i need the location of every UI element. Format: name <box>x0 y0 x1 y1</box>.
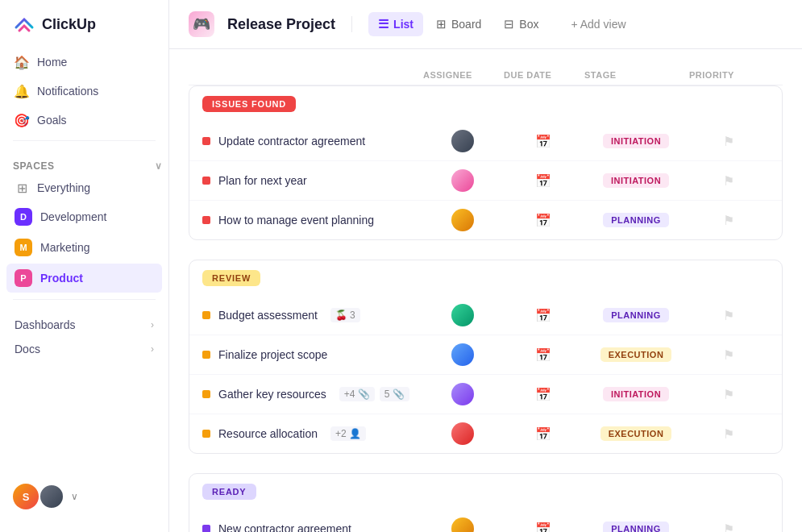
nav-goals[interactable]: 🎯 Goals <box>6 106 162 134</box>
section-issues: ISSUES FOUND Update contractor agreement… <box>189 85 783 240</box>
task-row[interactable]: Budget assessment 🍒3 📅 PLANNING ⚑ <box>189 296 782 335</box>
nav-home[interactable]: 🏠 Home <box>6 48 162 76</box>
priority-cell[interactable]: ⚑ <box>688 347 769 363</box>
priority-cell[interactable]: ⚑ <box>688 308 769 323</box>
priority-cell[interactable]: ⚑ <box>688 213 769 228</box>
assignee-cell <box>422 517 503 532</box>
task-dot-red <box>202 177 210 185</box>
date-cell[interactable]: 📅 <box>503 134 584 149</box>
space-everything[interactable]: ⊞ Everything <box>6 175 162 201</box>
meta-icon: 🍒 <box>335 310 347 321</box>
task-row[interactable]: New contractor agreement 📅 PLANNING ⚑ <box>189 509 782 532</box>
spaces-label: Spaces <box>13 160 54 172</box>
flag-icon: ⚑ <box>723 173 734 189</box>
spaces-chevron-icon[interactable]: ∨ <box>155 160 163 172</box>
priority-cell[interactable]: ⚑ <box>688 522 769 533</box>
space-development[interactable]: D Development <box>6 202 162 231</box>
stage-badge: PLANNING <box>603 308 668 322</box>
stage-badge: PLANNING <box>603 213 668 227</box>
spaces-section-header: Spaces ∨ <box>0 148 168 175</box>
space-product[interactable]: P Product <box>6 264 162 293</box>
view-tabs: ☰ List ⊞ Board ⊟ Box <box>368 12 548 36</box>
avatar <box>451 169 474 192</box>
footer-chevron-icon[interactable]: ∨ <box>71 491 78 502</box>
priority-cell[interactable]: ⚑ <box>688 387 769 402</box>
date-cell[interactable]: 📅 <box>503 347 584 363</box>
space-marketing[interactable]: M Marketing <box>6 233 162 262</box>
calendar-icon: 📅 <box>535 347 551 363</box>
task-name-cell: Budget assessment 🍒3 <box>202 308 422 322</box>
flag-icon: ⚑ <box>723 347 734 363</box>
stage-cell: INITIATION <box>584 387 688 401</box>
add-view-button[interactable]: + Add view <box>561 13 635 35</box>
stage-cell: INITIATION <box>584 173 688 188</box>
nav-notifications[interactable]: 🔔 Notifications <box>6 77 162 105</box>
task-row[interactable]: How to manage event planning 📅 PLANNING … <box>189 201 782 239</box>
assignee-cell <box>422 383 503 405</box>
task-row[interactable]: Finalize project scope 📅 EXECUTION ⚑ <box>189 335 782 375</box>
task-row[interactable]: Plan for next year 📅 INITIATION ⚑ <box>189 161 782 201</box>
assignee-cell <box>422 209 503 231</box>
calendar-icon: 📅 <box>535 173 551 189</box>
stage-cell: INITIATION <box>584 134 688 148</box>
target-icon: 🎯 <box>15 113 29 127</box>
task-name-cell: Update contractor agreement <box>202 135 422 148</box>
task-name-cell: New contractor agreement <box>202 522 422 532</box>
meta-attachments: 5 📎 <box>380 387 409 401</box>
task-dot-red <box>202 216 210 224</box>
date-cell[interactable]: 📅 <box>503 522 584 533</box>
date-cell[interactable]: 📅 <box>503 426 584 442</box>
nav-docs[interactable]: Docs › <box>6 337 162 361</box>
flag-icon: ⚑ <box>723 213 734 228</box>
task-name-cell: Gather key resources +4 📎 5 📎 <box>202 387 422 401</box>
section-ready: READY New contractor agreement 📅 PLANNIN… <box>189 473 783 532</box>
column-headers: ASSIGNEE DUE DATE STAGE PRIORITY <box>189 65 783 85</box>
flag-icon: ⚑ <box>723 522 734 533</box>
task-name: Budget assessment <box>218 309 318 322</box>
avatar <box>451 422 474 445</box>
calendar-icon: 📅 <box>535 426 551 442</box>
tab-board[interactable]: ⊞ Board <box>426 12 491 36</box>
section-issues-header: ISSUES FOUND <box>189 86 782 122</box>
task-row[interactable]: Update contractor agreement 📅 INITIATION… <box>189 122 782 161</box>
task-name: Resource allocation <box>218 427 318 440</box>
assignee-cell <box>422 304 503 326</box>
tab-list-label: List <box>393 18 413 31</box>
col-task <box>202 70 423 80</box>
date-cell[interactable]: 📅 <box>503 308 584 323</box>
nav-home-label: Home <box>37 56 67 69</box>
task-row[interactable]: Resource allocation +2 👤 📅 EXECUTION ⚑ <box>189 414 782 453</box>
space-product-label: Product <box>40 272 83 285</box>
flag-icon: ⚑ <box>723 308 734 323</box>
space-everything-label: Everything <box>37 181 90 194</box>
box-tab-icon: ⊟ <box>504 17 514 31</box>
date-cell[interactable]: 📅 <box>503 173 584 189</box>
project-title: Release Project <box>227 16 335 33</box>
date-cell[interactable]: 📅 <box>503 387 584 402</box>
nav-notifications-label: Notifications <box>37 85 98 98</box>
task-row[interactable]: Gather key resources +4 📎 5 📎 📅 INITIATI… <box>189 375 782 414</box>
flag-icon: ⚑ <box>723 387 734 402</box>
task-name: How to manage event planning <box>218 214 374 227</box>
task-dot-yellow <box>202 311 210 319</box>
sidebar-divider-1 <box>13 140 156 141</box>
task-meta: +4 📎 5 📎 <box>339 387 409 401</box>
avatar <box>451 130 474 152</box>
user-avatar-2[interactable] <box>39 484 64 509</box>
task-name: Update contractor agreement <box>218 135 365 148</box>
user-avatar-s[interactable]: S <box>13 484 39 509</box>
flag-icon: ⚑ <box>723 426 734 442</box>
tab-box[interactable]: ⊟ Box <box>494 12 548 36</box>
calendar-icon: 📅 <box>535 522 551 533</box>
meta-members: +2 👤 <box>330 426 366 441</box>
priority-cell[interactable]: ⚑ <box>688 173 769 189</box>
priority-cell[interactable]: ⚑ <box>688 134 769 149</box>
add-view-label: + Add view <box>571 18 625 31</box>
date-cell[interactable]: 📅 <box>503 213 584 228</box>
docs-chevron-icon: › <box>151 343 154 355</box>
header-divider <box>351 16 352 32</box>
space-development-label: Development <box>40 210 107 223</box>
priority-cell[interactable]: ⚑ <box>688 426 769 442</box>
tab-list[interactable]: ☰ List <box>368 12 423 36</box>
nav-dashboards[interactable]: Dashboards › <box>6 313 162 337</box>
